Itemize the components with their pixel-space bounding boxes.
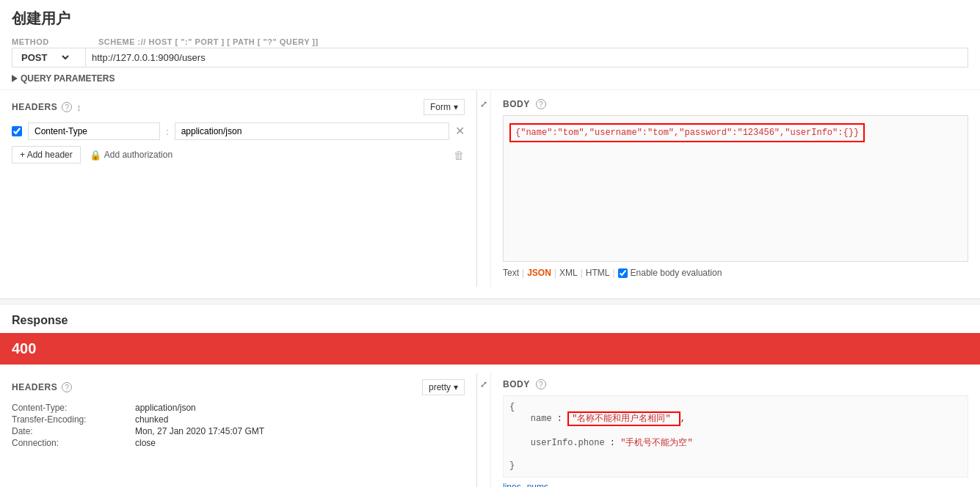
comma-0: , [680, 414, 686, 424]
response-header-key-1: Transfer-Encoding: [12, 414, 129, 425]
format-json[interactable]: JSON [527, 268, 551, 278]
request-section: 创建用户 METHOD SCHEME :// HOST [ ":" PORT ]… [0, 0, 980, 299]
header-value-input[interactable] [175, 122, 449, 140]
format-text[interactable]: Text [503, 268, 519, 278]
close-brace: } [509, 461, 515, 471]
response-header-key-0: Content-Type: [12, 403, 129, 413]
response-body-value-1: "手机号不能为空" [620, 438, 692, 448]
response-header-value-0: application/json [135, 403, 465, 413]
split-panel: HEADERS ? ↕ Form ▾ : ✕ + Ad [0, 89, 980, 287]
response-body-line-0-wrapper: "名称不能和用户名相同" [567, 411, 680, 426]
add-auth-label: Add authorization [104, 150, 173, 160]
url-label: SCHEME :// HOST [ ":" PORT ] [ PATH [ "?… [98, 37, 319, 46]
method-url-labels: METHOD SCHEME :// HOST [ ":" PORT ] [ PA… [12, 37, 968, 46]
response-body-title: BODY [503, 379, 530, 389]
format-xml[interactable]: XML [559, 268, 578, 278]
response-headers-grid: Content-Type: application/json Transfer-… [12, 403, 465, 448]
response-title: Response [0, 305, 980, 333]
body-content-box: {"name":"tom","username":"tom","password… [509, 123, 865, 142]
separator-1: | [522, 268, 524, 278]
response-body-value-0: "名称不能和用户名相同" [572, 414, 670, 424]
body-title: BODY [503, 99, 530, 109]
response-body-panel-header: BODY ? [503, 379, 968, 389]
add-buttons-left: + Add header 🔒 Add authorization [12, 146, 173, 164]
headers-trash-button[interactable]: 🗑 [454, 149, 465, 161]
query-params-row: QUERY PARAMETERS [0, 67, 980, 89]
lines-link[interactable]: lines [503, 482, 521, 487]
body-panel: BODY ? {"name":"tom","username":"tom","p… [491, 90, 980, 287]
method-url-container: METHOD SCHEME :// HOST [ ":" PORT ] [ PA… [0, 34, 980, 67]
headers-panel-header-left: HEADERS ? ↕ [12, 102, 81, 113]
query-params-label: QUERY PARAMETERS [21, 73, 115, 84]
response-expand-icon[interactable]: ⤢ [480, 379, 487, 389]
response-body-info-icon: ? [536, 379, 546, 389]
form-label: Form [430, 102, 451, 112]
response-header-key-3: Connection: [12, 438, 129, 448]
colon-0: : [557, 414, 567, 424]
panel-splitter: ⤢ [477, 90, 491, 287]
method-select[interactable]: POST GET PUT DELETE [18, 51, 71, 64]
response-body-key-0: name [531, 414, 552, 424]
colon-1: : [610, 438, 620, 448]
header-delete-button[interactable]: ✕ [455, 125, 465, 137]
headers-panel-header: HEADERS ? ↕ Form ▾ [12, 99, 465, 115]
response-headers-title: HEADERS [12, 382, 57, 392]
add-header-button[interactable]: + Add header [12, 146, 81, 164]
headers-panel: HEADERS ? ↕ Form ▾ : ✕ + Ad [0, 90, 477, 287]
header-row: : ✕ [12, 122, 465, 140]
enable-body-label[interactable]: Enable body evaluation [618, 268, 722, 278]
response-header-value-3: close [135, 438, 465, 448]
nums-link[interactable]: nums [527, 482, 548, 487]
format-html[interactable]: HTML [586, 268, 610, 278]
add-authorization-button[interactable]: 🔒 Add authorization [90, 150, 173, 161]
headers-info-icon: ? [62, 102, 72, 112]
separator-4: | [612, 268, 614, 278]
body-panel-header: BODY ? [503, 99, 968, 109]
url-input[interactable] [85, 48, 968, 67]
response-body-panel: BODY ? { name : "名称不能和用户名相同" , [491, 373, 980, 487]
method-label: METHOD [12, 37, 92, 46]
response-body-line-0: name : "名称不能和用户名相同" , [509, 412, 962, 425]
status-400-bar: 400 [0, 333, 980, 365]
response-header-value-1: chunked [135, 414, 465, 425]
separator-3: | [581, 268, 583, 278]
response-split: HEADERS ? pretty ▾ Content-Type: applica… [0, 373, 980, 487]
query-params-toggle[interactable]: QUERY PARAMETERS [12, 73, 968, 84]
pretty-label: pretty [429, 382, 451, 392]
method-url-inputs: POST GET PUT DELETE [12, 48, 968, 67]
pretty-chevron-icon: ▾ [454, 382, 458, 392]
pretty-dropdown[interactable]: pretty ▾ [422, 379, 465, 395]
body-format-bar: Text | JSON | XML | HTML | Enable body e… [503, 268, 968, 278]
chevron-down-icon: ▾ [454, 102, 458, 112]
response-header-key-2: Date: [12, 426, 129, 436]
separator-2: | [554, 268, 556, 278]
expand-icon[interactable]: ⤢ [480, 99, 487, 109]
response-headers-info-icon: ? [62, 382, 72, 392]
enable-body-checkbox[interactable] [618, 268, 628, 278]
response-section: Response 400 HEADERS ? pretty ▾ Content-… [0, 305, 980, 487]
body-info-icon: ? [536, 99, 546, 109]
response-body-editor: { name : "名称不能和用户名相同" , userInfo.phone : [503, 395, 968, 477]
triangle-right-icon [12, 75, 18, 82]
response-header-value-2: Mon, 27 Jan 2020 17:45:07 GMT [135, 426, 465, 436]
page-title: 创建用户 [0, 0, 980, 34]
lines-nums-bar: lines nums [503, 482, 968, 487]
response-body-key-1: userInfo.phone [531, 438, 605, 448]
response-panel-splitter: ⤢ [477, 373, 491, 487]
colon-separator: : [166, 126, 169, 137]
response-headers-panel-header: HEADERS ? pretty ▾ [12, 379, 465, 395]
headers-form-dropdown[interactable]: Form ▾ [424, 99, 465, 115]
header-checkbox[interactable] [12, 126, 22, 136]
headers-sort-icon[interactable]: ↕ [76, 102, 81, 113]
enable-body-text: Enable body evaluation [631, 268, 722, 278]
method-select-wrapper[interactable]: POST GET PUT DELETE [12, 48, 85, 67]
response-headers-panel: HEADERS ? pretty ▾ Content-Type: applica… [0, 373, 477, 487]
headers-title: HEADERS [12, 102, 57, 112]
body-editor[interactable]: {"name":"tom","username":"tom","password… [503, 115, 968, 262]
response-headers-panel-left: HEADERS ? [12, 382, 72, 392]
add-buttons-row: + Add header 🔒 Add authorization 🗑 [12, 146, 465, 164]
response-body-line-1: userInfo.phone : "手机号不能为空" [509, 436, 962, 449]
open-brace: { [509, 402, 515, 412]
lock-icon: 🔒 [90, 150, 101, 161]
header-key-input[interactable] [28, 122, 160, 140]
